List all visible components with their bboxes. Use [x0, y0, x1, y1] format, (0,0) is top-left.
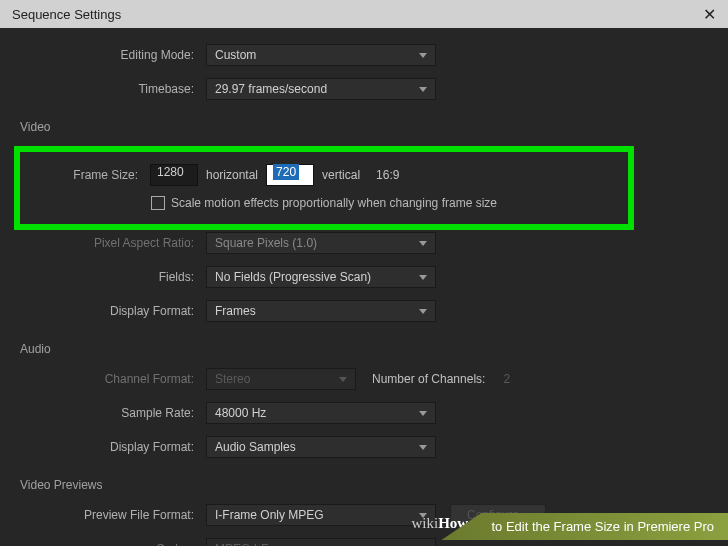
display-format-v-select[interactable]: Frames [206, 300, 436, 322]
chevron-down-icon [419, 309, 427, 314]
chevron-down-icon [419, 411, 427, 416]
editing-mode-select[interactable]: Custom [206, 44, 436, 66]
settings-content: Editing Mode: Custom Timebase: 29.97 fra… [0, 28, 728, 546]
window-title: Sequence Settings [12, 7, 121, 22]
chevron-down-icon [419, 53, 427, 58]
pixel-aspect-select[interactable]: Square Pixels (1.0) [206, 232, 436, 254]
editing-mode-label: Editing Mode: [20, 48, 206, 62]
previews-section-title: Video Previews [20, 464, 708, 498]
channel-format-row: Channel Format: Stereo Number of Channel… [20, 362, 708, 396]
title-bar: Sequence Settings ✕ [0, 0, 728, 28]
display-format-v-row: Display Format: Frames [20, 294, 708, 328]
display-format-a-label: Display Format: [20, 440, 206, 454]
frame-size-label: Frame Size: [30, 168, 150, 182]
channel-format-value: Stereo [215, 372, 250, 386]
watermark-text: to Edit the Frame Size in Premiere Pro [441, 513, 728, 540]
display-format-a-value: Audio Samples [215, 440, 296, 454]
timebase-row: Timebase: 29.97 frames/second [20, 72, 708, 106]
display-format-v-value: Frames [215, 304, 256, 318]
scale-motion-row: Scale motion effects proportionally when… [30, 196, 618, 210]
sample-rate-label: Sample Rate: [20, 406, 206, 420]
scale-motion-label: Scale motion effects proportionally when… [171, 196, 497, 210]
display-format-a-select[interactable]: Audio Samples [206, 436, 436, 458]
video-section-title: Video [20, 106, 708, 140]
timebase-select[interactable]: 29.97 frames/second [206, 78, 436, 100]
close-icon[interactable]: ✕ [703, 5, 716, 24]
channel-format-label: Channel Format: [20, 372, 206, 386]
timebase-value: 29.97 frames/second [215, 82, 327, 96]
chevron-down-icon [419, 87, 427, 92]
editing-mode-value: Custom [215, 48, 256, 62]
editing-mode-row: Editing Mode: Custom [20, 38, 708, 72]
frame-size-row: Frame Size: 1280 horizontal 720 vertical… [30, 164, 618, 196]
chevron-down-icon [419, 275, 427, 280]
num-channels-label: Number of Channels: [372, 372, 485, 386]
pixel-aspect-row: Pixel Aspect Ratio: Square Pixels (1.0) [20, 226, 708, 260]
codec-value: MPEG I-Frame [215, 542, 296, 546]
vertical-label: vertical [322, 168, 360, 182]
preview-format-value: I-Frame Only MPEG [215, 508, 324, 522]
fields-select[interactable]: No Fields (Progressive Scan) [206, 266, 436, 288]
preview-format-label: Preview File Format: [20, 508, 206, 522]
fields-value: No Fields (Progressive Scan) [215, 270, 371, 284]
display-format-v-label: Display Format: [20, 304, 206, 318]
pixel-aspect-label: Pixel Aspect Ratio: [20, 236, 206, 250]
scale-motion-checkbox[interactable] [151, 196, 165, 210]
codec-label: Codec: [20, 542, 206, 546]
watermark: wikiHow to Edit the Frame Size in Premie… [441, 513, 728, 540]
horizontal-label: horizontal [206, 168, 258, 182]
sample-rate-value: 48000 Hz [215, 406, 266, 420]
codec-select: MPEG I-Frame [206, 538, 436, 546]
display-format-a-row: Display Format: Audio Samples [20, 430, 708, 464]
frame-size-highlight: Frame Size: 1280 horizontal 720 vertical… [14, 146, 634, 230]
aspect-ratio: 16:9 [376, 168, 399, 182]
pixel-aspect-value: Square Pixels (1.0) [215, 236, 317, 250]
chevron-down-icon [339, 377, 347, 382]
channel-format-select: Stereo [206, 368, 356, 390]
fields-label: Fields: [20, 270, 206, 284]
preview-format-select[interactable]: I-Frame Only MPEG [206, 504, 436, 526]
sample-rate-select[interactable]: 48000 Hz [206, 402, 436, 424]
fields-row: Fields: No Fields (Progressive Scan) [20, 260, 708, 294]
frame-height-input[interactable]: 720 [266, 164, 314, 186]
frame-width-input[interactable]: 1280 [150, 164, 198, 186]
sample-rate-row: Sample Rate: 48000 Hz [20, 396, 708, 430]
timebase-label: Timebase: [20, 82, 206, 96]
num-channels-value: 2 [503, 372, 533, 386]
chevron-down-icon [419, 445, 427, 450]
audio-section-title: Audio [20, 328, 708, 362]
chevron-down-icon [419, 241, 427, 246]
